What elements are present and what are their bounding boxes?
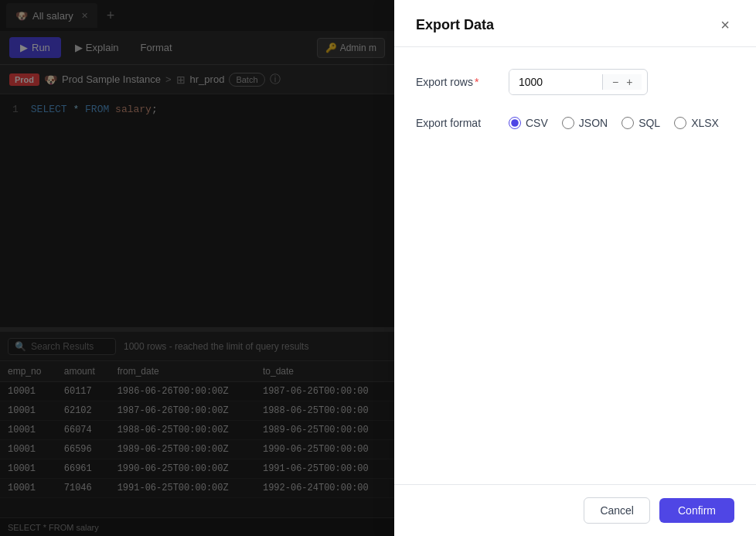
export-modal: Export Data × Export rows* − + <box>394 0 756 536</box>
increment-button[interactable]: + <box>625 74 634 90</box>
format-xlsx-label: XLSX <box>691 117 719 129</box>
format-json-label: JSON <box>579 117 608 129</box>
format-radio-group: CSV JSON SQL XLSX <box>509 117 719 129</box>
export-rows-input[interactable] <box>509 70 602 94</box>
export-format-row: Export format CSV JSON SQL <box>416 117 734 129</box>
format-csv-label: CSV <box>526 117 548 129</box>
export-rows-label: Export rows* <box>416 76 509 88</box>
format-csv[interactable]: CSV <box>509 117 548 129</box>
confirm-button[interactable]: Confirm <box>659 498 734 523</box>
modal-close-button[interactable]: × <box>716 15 734 34</box>
format-json-radio[interactable] <box>562 117 574 129</box>
modal-header: Export Data × <box>394 0 756 47</box>
format-csv-radio[interactable] <box>509 117 521 129</box>
export-rows-row: Export rows* − + <box>416 69 734 95</box>
format-sql-label: SQL <box>639 117 660 129</box>
decrement-button[interactable]: − <box>611 74 620 90</box>
export-rows-input-wrap[interactable]: − + <box>509 69 648 95</box>
format-xlsx-radio[interactable] <box>674 117 686 129</box>
format-sql[interactable]: SQL <box>621 117 660 129</box>
modal-footer: Cancel Confirm <box>394 484 756 536</box>
export-format-label: Export format <box>416 117 509 129</box>
modal-title: Export Data <box>416 17 494 33</box>
format-json[interactable]: JSON <box>562 117 608 129</box>
format-xlsx[interactable]: XLSX <box>674 117 719 129</box>
required-marker: * <box>475 76 478 88</box>
modal-body: Export rows* − + Export format CSV <box>394 47 756 484</box>
number-controls: − + <box>602 74 642 90</box>
format-sql-radio[interactable] <box>621 117 634 129</box>
modal-overlay: Export Data × Export rows* − + <box>0 0 756 536</box>
cancel-button[interactable]: Cancel <box>584 497 650 524</box>
